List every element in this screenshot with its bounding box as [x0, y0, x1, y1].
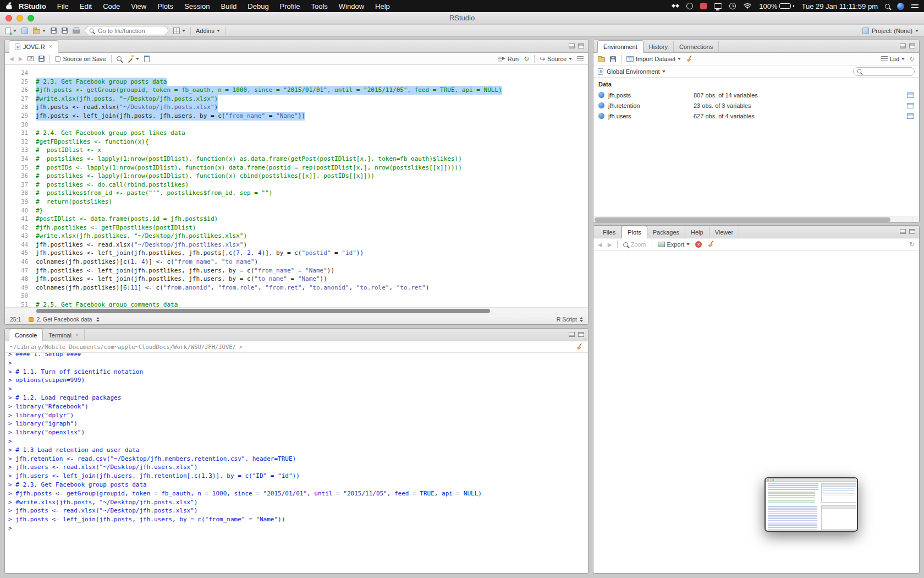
source-button[interactable]: ↪ Source: [540, 56, 572, 62]
code-line[interactable]: 40#}: [5, 206, 588, 215]
maximize-pane-icon[interactable]: [578, 43, 584, 48]
find-replace-icon[interactable]: [117, 56, 122, 61]
menu-tools[interactable]: Tools: [305, 2, 333, 10]
maximize-pane-icon[interactable]: [578, 332, 584, 337]
code-line[interactable]: 34# postslikes <- lapply(1:nrow(postIDli…: [5, 155, 588, 163]
tab-help[interactable]: Help: [685, 226, 710, 238]
environment-search-box[interactable]: [853, 67, 915, 76]
tab-plots[interactable]: Plots: [622, 226, 647, 238]
tab-viewer[interactable]: Viewer: [710, 226, 739, 238]
view-data-grid-icon[interactable]: [907, 92, 914, 98]
rerun-icon[interactable]: ↻: [524, 56, 529, 62]
code-line[interactable]: 51# 2.5. Get Facebook group comments dat…: [5, 301, 588, 307]
notification-center-icon[interactable]: [911, 3, 919, 9]
hscrollbar-thumb[interactable]: [36, 309, 490, 313]
code-line[interactable]: 43#write.xlsx(jfh.postlikes, "~/Desktop/…: [5, 232, 588, 241]
clear-environment-icon[interactable]: [686, 55, 693, 63]
back-icon[interactable]: ◀: [9, 56, 14, 62]
refresh-environment-icon[interactable]: ↻: [909, 56, 915, 62]
save-button[interactable]: [51, 28, 57, 34]
dropbox-icon[interactable]: [672, 3, 679, 9]
tab-packages[interactable]: Packages: [647, 226, 685, 238]
open-in-new-window-icon[interactable]: ↗: [28, 56, 34, 61]
project-selector[interactable]: Project: (None): [862, 28, 919, 34]
siri-icon[interactable]: [897, 3, 904, 10]
menu-profile[interactable]: Profile: [274, 2, 306, 10]
code-tools-button[interactable]: [127, 55, 139, 62]
checkbox-icon[interactable]: [55, 56, 61, 62]
save-icon[interactable]: [38, 56, 45, 62]
zoom-plot-button[interactable]: Zoom: [623, 241, 646, 248]
tab-files[interactable]: Files: [597, 226, 622, 238]
tab-connections[interactable]: Connections: [674, 41, 719, 52]
minimize-window-button[interactable]: [16, 15, 23, 21]
minimize-pane-icon[interactable]: [569, 332, 575, 337]
clear-console-icon[interactable]: [576, 343, 583, 351]
hscrollbar-thumb[interactable]: [595, 217, 890, 222]
code-line[interactable]: 30: [5, 121, 588, 129]
code-line[interactable]: 45jfh.postlikes <- left_join(jfh.postlik…: [5, 249, 588, 258]
code-line[interactable]: 37# postslikes <- do.call(rbind,postslik…: [5, 181, 588, 189]
code-line[interactable]: 27#write.xlsx(jfh.posts, "~/Desktop/jfh.…: [5, 95, 588, 103]
export-plot-button[interactable]: Export: [658, 241, 690, 248]
menu-view[interactable]: View: [125, 2, 152, 10]
load-workspace-icon[interactable]: [598, 57, 605, 62]
tab-console[interactable]: Console: [9, 329, 43, 341]
new-project-button[interactable]: [21, 28, 28, 34]
environment-hscrollbar[interactable]: [593, 216, 912, 222]
code-line[interactable]: 50: [5, 292, 588, 301]
menu-rstudio[interactable]: RStudio: [13, 2, 52, 10]
code-line[interactable]: 25# 2.3. Get Facebook group posts data: [5, 78, 588, 86]
goto-directory-icon[interactable]: ↗: [239, 343, 242, 350]
view-data-grid-icon[interactable]: [907, 103, 914, 108]
filetype-selector[interactable]: R Script: [557, 316, 583, 323]
remove-plot-icon[interactable]: ×: [695, 241, 702, 248]
menu-code[interactable]: Code: [97, 2, 125, 10]
addins-button[interactable]: Addins: [196, 28, 220, 34]
code-line[interactable]: 41#postIDlist <- data.frame(posts.id = j…: [5, 215, 588, 223]
wifi-icon[interactable]: [743, 3, 752, 9]
circle-app-icon[interactable]: [686, 3, 693, 9]
code-line[interactable]: 39# return(postslikes): [5, 198, 588, 206]
code-line[interactable]: 29jfh.posts <- left_join(jfh.posts, jfh.…: [5, 112, 588, 121]
code-line[interactable]: 42#jfh.postlikes <- getFBpostlikes(postI…: [5, 223, 588, 232]
zoom-window-button[interactable]: [28, 15, 34, 21]
minimize-pane-icon[interactable]: [900, 229, 906, 234]
import-dataset-button[interactable]: Import Dataset: [626, 56, 681, 62]
compile-report-icon[interactable]: [144, 56, 150, 62]
save-all-button[interactable]: [62, 28, 68, 34]
editor-hscrollbar[interactable]: [5, 307, 588, 314]
goto-file-function-input[interactable]: [97, 27, 157, 35]
red-app-icon[interactable]: [700, 3, 707, 9]
close-tab-icon[interactable]: ×: [49, 43, 52, 50]
code-line[interactable]: 48jfh.postlikes <- left_join(jfh.postlik…: [5, 275, 588, 283]
code-line[interactable]: 35# postIDs <- lapply(1:nrow(postIDlist)…: [5, 163, 588, 172]
previous-plot-icon[interactable]: ◀: [598, 242, 602, 248]
apple-menu-icon[interactable]: [6, 2, 13, 10]
env-display-mode-button[interactable]: List: [881, 56, 905, 62]
clear-all-plots-icon[interactable]: [707, 241, 714, 249]
code-line[interactable]: 31# 2.4. Get Facebook group post likes d…: [5, 129, 588, 138]
spotlight-icon[interactable]: [885, 4, 890, 9]
print-button[interactable]: [73, 28, 80, 34]
close-window-button[interactable]: [6, 15, 12, 21]
menu-debug[interactable]: Debug: [242, 2, 274, 10]
time-machine-icon[interactable]: [729, 3, 736, 9]
battery-indicator[interactable]: 100%: [759, 2, 794, 10]
menu-session[interactable]: Session: [179, 2, 215, 10]
minimize-pane-icon[interactable]: [900, 43, 906, 48]
code-line[interactable]: 24: [5, 69, 588, 78]
code-line[interactable]: 44jfh.postlikes <- read.xlsx("~/Desktop/…: [5, 241, 588, 249]
open-file-button[interactable]: [33, 28, 46, 34]
console-output[interactable]: > #### 1. Setup ####>> # 1.1. Turn off s…: [5, 353, 588, 573]
menu-edit[interactable]: Edit: [74, 2, 97, 10]
code-line[interactable]: 47jfh.postlikes <- left_join(jfh.postlik…: [5, 266, 588, 275]
env-object-row[interactable]: jfh.users627 obs. of 4 variables: [593, 111, 919, 121]
tab-terminal[interactable]: Terminal×: [43, 329, 84, 341]
close-tab-icon[interactable]: ×: [75, 332, 79, 338]
pane-layout-button[interactable]: [173, 28, 185, 34]
code-line[interactable]: 26#jfh.posts <- getGroup(groupid, token …: [5, 86, 588, 95]
refresh-plots-icon[interactable]: ↻: [909, 241, 915, 248]
code-line[interactable]: 28jfh.posts <- read.xlsx("~/Desktop/jfh.…: [5, 103, 588, 112]
goto-file-function-box[interactable]: [85, 26, 168, 35]
